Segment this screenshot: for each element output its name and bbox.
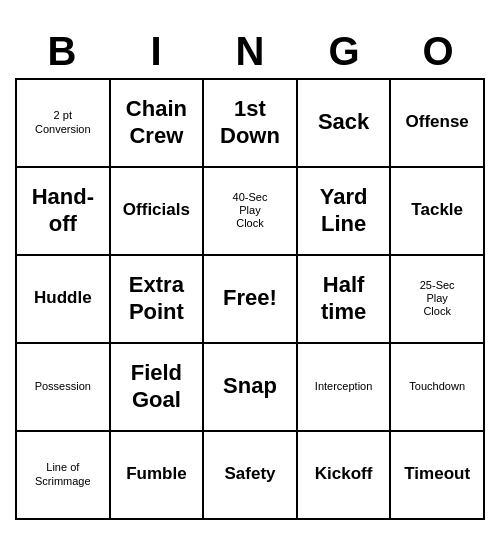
bingo-cell: FieldGoal: [111, 344, 205, 432]
bingo-cell: Snap: [204, 344, 298, 432]
cell-label: ChainCrew: [126, 96, 187, 149]
bingo-cell: Interception: [298, 344, 392, 432]
bingo-cell: Huddle: [17, 256, 111, 344]
cell-label: 40-SecPlayClock: [233, 191, 268, 231]
cell-label: Snap: [223, 373, 277, 399]
cell-label: Possession: [35, 380, 91, 393]
bingo-cell: ChainCrew: [111, 80, 205, 168]
cell-label: Halftime: [321, 272, 366, 325]
bingo-cell: 40-SecPlayClock: [204, 168, 298, 256]
cell-label: Offense: [406, 112, 469, 132]
bingo-grid: 2 ptConversionChainCrew1stDownSackOffens…: [15, 78, 485, 520]
cell-label: Kickoff: [315, 464, 373, 484]
cell-label: Interception: [315, 380, 372, 393]
bingo-cell: Offense: [391, 80, 485, 168]
bingo-header: BINGO: [15, 25, 485, 78]
bingo-cell: Safety: [204, 432, 298, 520]
cell-label: Hand-off: [32, 184, 94, 237]
cell-label: YardLine: [320, 184, 368, 237]
cell-label: Fumble: [126, 464, 186, 484]
cell-label: FieldGoal: [131, 360, 182, 413]
bingo-cell: Possession: [17, 344, 111, 432]
bingo-cell: 25-SecPlayClock: [391, 256, 485, 344]
cell-label: Huddle: [34, 288, 92, 308]
bingo-letter: O: [391, 25, 485, 78]
cell-label: Officials: [123, 200, 190, 220]
bingo-card: BINGO 2 ptConversionChainCrew1stDownSack…: [15, 25, 485, 520]
cell-label: 25-SecPlayClock: [420, 279, 455, 319]
bingo-cell: Tackle: [391, 168, 485, 256]
cell-label: Touchdown: [409, 380, 465, 393]
bingo-cell: YardLine: [298, 168, 392, 256]
bingo-cell: Officials: [111, 168, 205, 256]
cell-label: 2 ptConversion: [35, 109, 91, 135]
bingo-letter: B: [15, 25, 109, 78]
cell-label: Line ofScrimmage: [35, 461, 91, 487]
bingo-letter: N: [203, 25, 297, 78]
cell-label: ExtraPoint: [129, 272, 184, 325]
bingo-cell: Free!: [204, 256, 298, 344]
bingo-letter: I: [109, 25, 203, 78]
cell-label: Tackle: [411, 200, 463, 220]
bingo-cell: 1stDown: [204, 80, 298, 168]
cell-label: 1stDown: [220, 96, 280, 149]
bingo-cell: Kickoff: [298, 432, 392, 520]
cell-label: Timeout: [404, 464, 470, 484]
bingo-cell: Touchdown: [391, 344, 485, 432]
cell-label: Sack: [318, 109, 369, 135]
bingo-cell: Hand-off: [17, 168, 111, 256]
bingo-cell: Line ofScrimmage: [17, 432, 111, 520]
bingo-cell: 2 ptConversion: [17, 80, 111, 168]
bingo-letter: G: [297, 25, 391, 78]
cell-label: Safety: [224, 464, 275, 484]
bingo-cell: Timeout: [391, 432, 485, 520]
bingo-cell: ExtraPoint: [111, 256, 205, 344]
bingo-cell: Sack: [298, 80, 392, 168]
bingo-cell: Fumble: [111, 432, 205, 520]
bingo-cell: Halftime: [298, 256, 392, 344]
cell-label: Free!: [223, 285, 277, 311]
